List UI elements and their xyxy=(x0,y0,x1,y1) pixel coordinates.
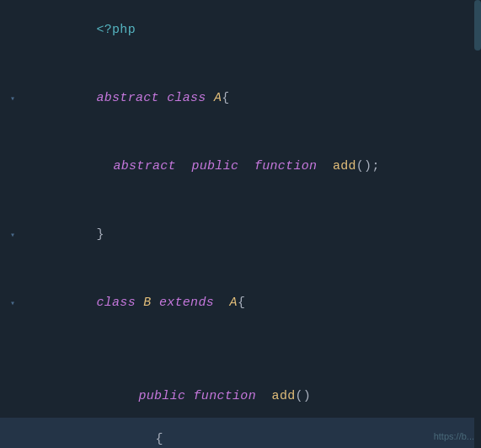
line-content-1: <?php xyxy=(25,8,136,51)
gutter-3: ▾ xyxy=(0,93,25,104)
fold-icon-7[interactable]: ▾ xyxy=(8,230,18,240)
token-extends: extends xyxy=(159,296,214,310)
fold-icon-3[interactable]: ▾ xyxy=(8,93,18,104)
token-public2: public xyxy=(138,389,185,403)
code-line-5: abstract public function add(); xyxy=(0,145,481,188)
token-function2: function xyxy=(194,389,256,403)
fold-icon-9[interactable]: ▾ xyxy=(8,298,18,308)
scrollbar-thumb[interactable] xyxy=(474,0,481,51)
code-line-4 xyxy=(0,120,481,145)
code-line-13: { xyxy=(0,418,481,448)
code-line-6 xyxy=(0,188,481,213)
code-line-9: ▾ class B extends A{ xyxy=(0,281,481,324)
token-open-brace2: { xyxy=(155,432,163,446)
line-content-10 xyxy=(25,330,41,344)
code-line-2 xyxy=(0,51,481,77)
line-content-11 xyxy=(25,355,41,370)
token-add: add xyxy=(333,159,356,173)
token-abstract2: abstract xyxy=(113,159,175,173)
line-content-3: abstract class A{ xyxy=(25,77,230,120)
code-line-8 xyxy=(0,256,481,281)
code-line-12: public function add() xyxy=(0,375,481,418)
line-content-9: class B extends A{ xyxy=(25,281,245,324)
code-line-7: ▾ } xyxy=(0,213,481,256)
token-classA: A xyxy=(214,91,222,105)
line-content-5: abstract public function add(); xyxy=(25,145,380,188)
token-function: function xyxy=(254,159,317,173)
token-class2: class xyxy=(96,296,136,310)
line-content-8 xyxy=(25,262,41,276)
token-parens2: () xyxy=(295,389,311,403)
code-line-10 xyxy=(0,324,481,349)
line-content-7: } xyxy=(25,213,104,256)
line-content-12: public function add() xyxy=(25,375,311,418)
line-content-4 xyxy=(25,125,41,140)
code-line-1: <?php xyxy=(0,8,481,51)
token-add2: add xyxy=(272,389,296,403)
token-parens: (); xyxy=(356,159,380,173)
token-tag: <?php xyxy=(96,23,136,37)
token-abstract: abstract xyxy=(96,91,158,105)
code-editor: <?php ▾ abstract class A{ abstrac xyxy=(0,0,481,448)
token-close-brace: } xyxy=(96,227,104,242)
token-classB: B xyxy=(143,296,151,310)
scrollbar[interactable] xyxy=(474,0,481,448)
line-content-6 xyxy=(25,194,41,208)
token-public: public xyxy=(191,159,238,173)
line-content-13: { xyxy=(25,418,163,448)
code-container: <?php ▾ abstract class A{ abstrac xyxy=(0,0,481,448)
token-classA2: A xyxy=(230,296,238,310)
gutter-7: ▾ xyxy=(0,230,25,240)
line-content-2 xyxy=(25,57,41,72)
token-brace2: { xyxy=(238,296,245,310)
gutter-9: ▾ xyxy=(0,298,25,308)
token-brace: { xyxy=(222,91,229,105)
token-class: class xyxy=(167,91,206,105)
code-line-3: ▾ abstract class A{ xyxy=(0,77,481,120)
watermark: https://b... xyxy=(434,431,474,441)
code-line-11 xyxy=(0,349,481,375)
